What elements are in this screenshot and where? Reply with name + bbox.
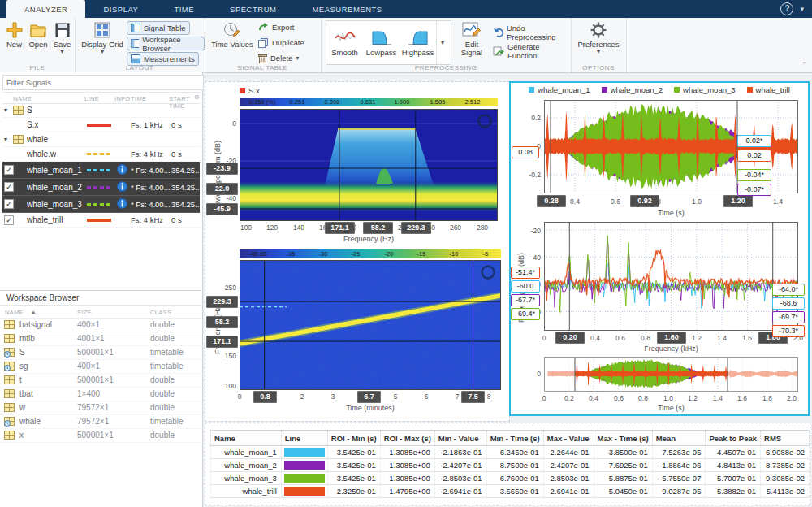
- cursor-badge-dx: 0.92: [630, 195, 659, 207]
- measurement-column-header[interactable]: Line: [281, 431, 327, 446]
- workspace-row[interactable]: S500001×1timetable: [0, 346, 201, 360]
- measurement-column-header[interactable]: ROI - Max (s): [380, 431, 434, 446]
- tab-analyzer[interactable]: ANALYZER: [6, 0, 85, 18]
- info-icon[interactable]: [117, 164, 127, 175]
- cursor-badge-y2[interactable]: -45.9: [206, 203, 238, 215]
- tab-spectrum[interactable]: SPECTRUM: [212, 0, 294, 18]
- undo-preprocessing-button[interactable]: Undo Preprocessing: [493, 26, 571, 38]
- collapse-ribbon-icon[interactable]: ⌃: [801, 61, 807, 69]
- signal-checkbox[interactable]: ✓: [4, 165, 14, 175]
- legend-swatch: [529, 87, 534, 93]
- measurement-row[interactable]: whale_moan_13.5425e-011.3085e+00-2.1863e…: [211, 446, 810, 459]
- measurement-value: 2.8503e-01: [543, 472, 594, 485]
- measurement-value: 5.0450e-01: [594, 485, 652, 498]
- help-icon[interactable]: ?: [780, 2, 793, 15]
- cursor-badge-y1[interactable]: -23.9: [206, 162, 238, 175]
- measurement-column-header[interactable]: Max - Time (s): [594, 431, 652, 446]
- gallery-expand-button[interactable]: ▾: [436, 21, 448, 64]
- display-grid-button[interactable]: Display Grid ▾: [80, 20, 125, 54]
- signal-row[interactable]: ✓whale_trillFs: 4 kHz0 s: [2, 213, 200, 228]
- filter-signals-input[interactable]: [2, 75, 204, 90]
- line-style-swatch: [87, 186, 111, 188]
- new-plus-icon: [6, 20, 24, 40]
- signal-row[interactable]: S.xFs: 1 kHz0 s: [2, 118, 200, 132]
- highpass-button[interactable]: Highpass: [400, 21, 436, 64]
- cursor-badge-y1[interactable]: 229.3: [206, 296, 238, 308]
- cursor-badge-x2[interactable]: 1.20: [723, 195, 753, 207]
- measurement-column-header[interactable]: RMS: [761, 431, 810, 446]
- signal-table-header[interactable]: NAME LINE INFO TIME START TIME ⚙: [2, 92, 200, 104]
- measurement-row[interactable]: whale_trill2.3250e-011.4795e+00-2.6941e-…: [211, 485, 810, 498]
- workspace-row[interactable]: batsignal400×1double: [0, 318, 201, 332]
- power-spectrum-plot[interactable]: [544, 222, 798, 331]
- measurement-row[interactable]: whale_moan_23.5425e-011.3085e+00-2.4207e…: [211, 459, 810, 472]
- tick-label: 1.0: [659, 394, 678, 402]
- expander-icon[interactable]: ▾: [4, 106, 7, 114]
- preferences-button[interactable]: Preferences ▾: [577, 20, 620, 54]
- workspace-row[interactable]: mtlb4001×1double: [0, 332, 201, 346]
- measurement-value: 1.3085e+00: [380, 459, 434, 472]
- edit-signal-button[interactable]: Edit Signal: [456, 20, 488, 57]
- signal-row[interactable]: ✓whale_moan_2* Fs: 4.00...354.25...: [2, 179, 200, 196]
- spectrogram-plot[interactable]: [240, 260, 501, 390]
- workspace-row[interactable]: whale79572×1timetable: [0, 415, 201, 429]
- workspace-row[interactable]: t500001×1double: [0, 374, 201, 388]
- generate-function-button[interactable]: Generate Function: [493, 45, 571, 57]
- panner-plot[interactable]: [544, 357, 798, 392]
- signal-checkbox[interactable]: ✓: [4, 199, 14, 209]
- delete-button[interactable]: Delete ▾: [258, 52, 299, 64]
- workspace-browser-toggle[interactable]: Workspace Browser: [127, 37, 205, 50]
- save-button[interactable]: Save ▾: [51, 20, 73, 54]
- export-button[interactable]: Export: [258, 21, 294, 33]
- measurement-column-header[interactable]: Min - Value: [434, 431, 486, 446]
- tab-display[interactable]: DISPLAY: [85, 0, 156, 18]
- persistence-spectrum-plot[interactable]: [240, 109, 498, 221]
- cursor-badge-y2[interactable]: 171.1: [206, 336, 238, 348]
- tab-time[interactable]: TIME: [156, 0, 212, 18]
- waveform-legend: whale_moan_1whale_moan_2whale_moan_3whal…: [511, 85, 808, 94]
- tab-measurements[interactable]: MEASUREMENTS: [294, 0, 400, 18]
- open-button[interactable]: Open: [27, 20, 50, 49]
- measurement-row[interactable]: whale_moan_33.5425e-011.3085e+00-2.8503e…: [211, 472, 810, 485]
- measurement-column-header[interactable]: Mean: [652, 431, 706, 446]
- smooth-button[interactable]: Smooth: [326, 21, 363, 64]
- measurement-signal-name: whale_moan_2: [211, 459, 282, 472]
- signal-row[interactable]: ✓whale_moan_1* Fs: 4.00...354.25...: [2, 162, 200, 179]
- duplicate-button[interactable]: Duplicate: [258, 37, 304, 49]
- display-1[interactable]: S.x 0.158 (%)0.2510.3980.6311.0001.5852.…: [205, 81, 510, 422]
- info-icon[interactable]: [117, 198, 127, 209]
- workspace-row[interactable]: sg400×1timetable: [0, 360, 201, 374]
- signal-checkbox[interactable]: ✓: [4, 182, 14, 192]
- chevron-down-icon[interactable]: ▾: [800, 5, 804, 13]
- measurement-column-header[interactable]: Peak to Peak: [706, 431, 761, 446]
- cursor-badge-x1[interactable]: 0.8: [253, 391, 277, 403]
- measurement-column-header[interactable]: Max - Value: [543, 431, 594, 446]
- info-icon[interactable]: [117, 181, 127, 192]
- cursor-badge-x1[interactable]: 0.20: [555, 332, 585, 344]
- signal-checkbox[interactable]: ✓: [4, 215, 14, 225]
- measurement-column-header[interactable]: Name: [211, 431, 282, 446]
- workspace-row[interactable]: x500001×1double: [0, 429, 201, 443]
- workspace-row[interactable]: w79572×1double: [0, 401, 201, 415]
- signal-group-row[interactable]: ▾whale: [2, 132, 200, 147]
- cursor-badge-x1[interactable]: 0.28: [537, 195, 566, 207]
- cursor-badge-x1[interactable]: 171.1: [325, 222, 355, 234]
- workspace-row[interactable]: tbat1×400double: [0, 388, 201, 401]
- display-2-selected[interactable]: whale_moan_1whale_moan_2whale_moan_3whal…: [509, 81, 810, 416]
- lowpass-button[interactable]: Lowpass: [363, 21, 400, 64]
- persistence-xlabel: Frequency (Hz): [240, 235, 498, 243]
- new-button[interactable]: New: [3, 20, 25, 49]
- signal-row[interactable]: ✓whale_moan_3* Fs: 4.00...354.25...: [2, 196, 200, 213]
- expander-icon[interactable]: ▾: [4, 136, 7, 143]
- signal-table-toggle[interactable]: Signal Table: [127, 21, 190, 35]
- variable-name: sg: [19, 362, 28, 370]
- workspace-header[interactable]: NAME ▲ SIZE CLASS: [0, 306, 201, 318]
- signal-row[interactable]: whale.wFs: 4 kHz0 s: [2, 147, 200, 162]
- signal-group-row[interactable]: ▾S: [2, 103, 200, 118]
- measurement-column-header[interactable]: Min - Time (s): [486, 431, 543, 446]
- measurement-column-header[interactable]: ROI - Min (s): [327, 431, 380, 446]
- cursor-badge-x2[interactable]: 229.3: [401, 222, 431, 234]
- cursor-badge-x2[interactable]: 7.5: [461, 391, 485, 403]
- time-values-button[interactable]: Time Values: [211, 20, 253, 49]
- table-gear-icon[interactable]: ⚙: [194, 93, 200, 101]
